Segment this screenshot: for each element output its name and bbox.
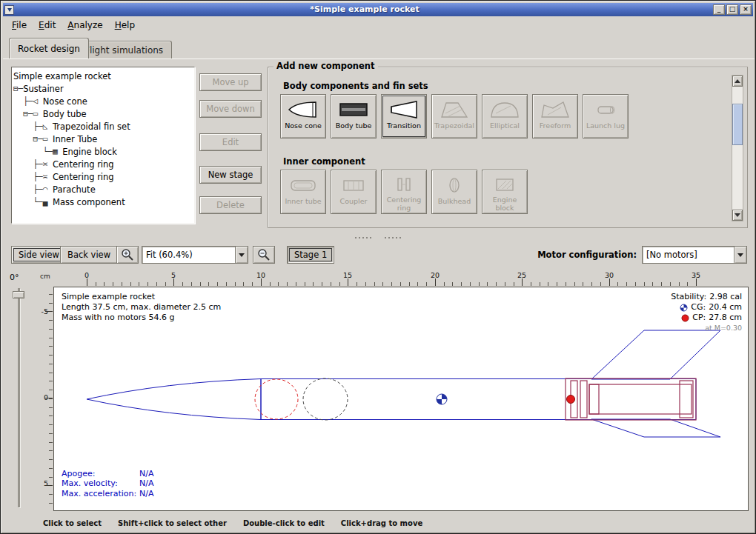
centering-ring-icon: [388, 173, 420, 196]
tree-item-label: Inner Tube: [53, 134, 97, 144]
tree-item-label: Sustainer: [23, 84, 63, 94]
component-button-label: Elliptical: [488, 121, 521, 132]
zoom-in-button[interactable]: [116, 246, 139, 264]
stage-1-toggle[interactable]: Stage 1: [287, 246, 334, 264]
tree-item-label: Centering ring: [53, 159, 114, 170]
tree-branch: ├─◠: [13, 184, 53, 194]
minimize-button[interactable]: _: [713, 4, 725, 15]
nose-cone-icon: [287, 98, 319, 121]
fin-top[interactable]: [591, 330, 720, 379]
ruler-unit-label: cm: [37, 270, 53, 287]
chevron-down-icon[interactable]: [235, 247, 248, 263]
hint-shift-click: Shift+click to select other: [118, 519, 227, 527]
result-value: N/A: [139, 478, 153, 489]
elliptical-fin-component-button: Elliptical: [482, 94, 528, 138]
rotation-slider-thumb[interactable]: [13, 291, 24, 298]
tree-item-engine-block[interactable]: └─▦ Engine block: [13, 145, 193, 158]
component-button-label: Launch lug: [585, 121, 626, 132]
side-view-button[interactable]: Side view: [11, 246, 67, 264]
back-view-button[interactable]: Back view: [60, 246, 118, 264]
tree-branch: ├─≍: [13, 172, 53, 181]
splitter-handle[interactable]: [3, 233, 755, 243]
tabstrip: Rocket design Flight simulations: [3, 35, 755, 59]
menubar: File Edit Analyze Help: [3, 16, 753, 34]
rocket-dimensions: Length 37.5 cm, max. diameter 2.5 cm: [62, 302, 221, 313]
move-down-button: Move down: [199, 100, 262, 118]
component-tree[interactable]: Simple example rocket ⊟─Sustainer ├─◁ No…: [11, 67, 195, 224]
zoom-level-value: Fit (60.4%): [142, 247, 235, 263]
bulkhead-component-button: Bulkhead: [431, 170, 477, 214]
component-panel-scrollbar[interactable]: [732, 75, 743, 221]
cp-value: 27.8 cm: [709, 313, 742, 323]
maximize-button[interactable]: □: [726, 4, 738, 15]
group-title: Add new component: [273, 61, 378, 71]
zoom-level-select[interactable]: Fit (60.4%): [142, 246, 248, 264]
tree-branch: ├─◁: [13, 96, 43, 106]
main-window: *Simple example rocket _ □ × File Edit A…: [0, 0, 756, 534]
tree-item-centering-ring-2[interactable]: ├─≍ Centering ring: [13, 170, 193, 183]
close-button[interactable]: ×: [740, 4, 752, 15]
scrollbar-thumb[interactable]: [732, 104, 743, 145]
mass-component-marker[interactable]: [303, 378, 348, 420]
trapezoidal-fin-icon: [438, 98, 471, 121]
tree-item-label: Centering ring: [53, 172, 114, 182]
transition-component-button[interactable]: Transition: [381, 94, 427, 138]
tree-item-sustainer[interactable]: ⊟─Sustainer: [13, 82, 193, 95]
tree-item-nose-cone[interactable]: ├─◁ Nose cone: [13, 95, 193, 107]
tab-rocket-design[interactable]: Rocket design: [9, 38, 89, 59]
cg-value: 20.4 cm: [709, 302, 742, 313]
motor-configuration-value: [No motors]: [643, 247, 734, 263]
parachute-marker[interactable]: [255, 379, 298, 419]
menu-analyze[interactable]: Analyze: [62, 18, 108, 33]
fin-bottom[interactable]: [591, 419, 720, 437]
tree-item-label: Simple example rocket: [13, 71, 111, 81]
menu-help[interactable]: Help: [109, 18, 141, 33]
component-button-label: Inner tube: [283, 197, 322, 207]
engine-block-component-button: Engine block: [482, 170, 528, 214]
tree-item-parachute[interactable]: ├─◠ Parachute: [13, 183, 193, 196]
tree-item-rocket[interactable]: Simple example rocket: [13, 70, 193, 82]
elliptical-fin-icon: [488, 98, 521, 121]
tree-item-body-tube[interactable]: ⊟─▭ Body tube: [13, 107, 193, 120]
rocket-mass: Mass with no motors 54.6 g: [62, 313, 221, 323]
cp-icon: [681, 314, 689, 322]
zoom-out-icon: [257, 248, 271, 261]
zoom-out-button[interactable]: [253, 246, 275, 264]
freeform-fin-icon: [539, 98, 571, 121]
zoom-in-icon: [121, 248, 134, 261]
rocket-outline[interactable]: [87, 330, 720, 437]
chevron-down-icon[interactable]: [734, 247, 746, 263]
body-tube-component-button[interactable]: Body tube: [331, 94, 377, 138]
tree-item-trapezoidal-fin-set[interactable]: ├─◺ Trapezoidal fin set: [13, 120, 193, 133]
rocket-diagram: 0° cm 0 5 10 15 20 25 30 35 -5 0 5: [3, 270, 755, 513]
design-canvas[interactable]: Simple example rocket Length 37.5 cm, ma…: [53, 287, 749, 511]
menu-edit[interactable]: Edit: [33, 18, 62, 33]
tree-item-label: Trapezoidal fin set: [53, 121, 130, 132]
result-label: Max. velocity:: [62, 478, 139, 489]
tree-item-mass-component[interactable]: └─▄ Mass component: [13, 196, 193, 208]
motor-mount-components[interactable]: [566, 378, 696, 420]
stability-info: Stability: 2.98 cal CG: 20.4 cm CP: 27.8…: [671, 292, 742, 333]
cg-marker: [437, 394, 447, 404]
motor-configuration-select[interactable]: [No motors]: [642, 246, 747, 264]
menu-file[interactable]: File: [6, 18, 33, 33]
scroll-down-button[interactable]: [732, 210, 743, 221]
tree-item-centering-ring-1[interactable]: ├─≍ Centering ring: [13, 158, 193, 170]
delete-button: Delete: [199, 196, 262, 214]
tree-branch: └─▦: [13, 147, 62, 156]
component-button-label: Coupler: [339, 197, 369, 207]
scroll-up-button[interactable]: [732, 76, 743, 87]
tab-flight-simulations[interactable]: Flight simulations: [76, 41, 172, 59]
centering-ring-component-button: Centering ring: [381, 170, 427, 214]
system-menu-icon[interactable]: [4, 5, 14, 15]
add-new-component-group: Add new component Body components and fi…: [268, 67, 748, 228]
rotation-slider-track[interactable]: [18, 288, 20, 507]
component-button-label: Bulkhead: [437, 197, 472, 207]
mach-note: at M=0.30: [671, 323, 742, 333]
trapezoidal-fin-component-button: Trapezoidal: [431, 94, 477, 138]
inner-component-buttons: Inner tube Coupler Centering ring: [280, 170, 528, 214]
new-stage-button[interactable]: New stage: [199, 166, 262, 184]
nose-cone-component-button[interactable]: Nose cone: [280, 94, 326, 138]
launch-lug-icon: [589, 98, 622, 121]
tree-item-inner-tube[interactable]: ⊟─▭ Inner Tube: [13, 133, 193, 145]
